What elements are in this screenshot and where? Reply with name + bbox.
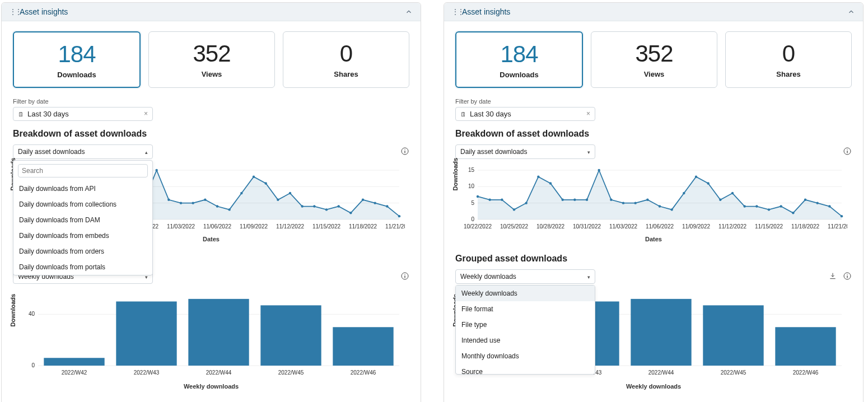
svg-rect-68 [333, 327, 393, 366]
chevron-up-icon[interactable] [847, 8, 855, 16]
svg-text:11/06/2022: 11/06/2022 [646, 223, 674, 230]
dropdown-option[interactable]: File type [456, 317, 595, 333]
svg-point-97 [670, 208, 673, 211]
dropdown-option[interactable]: Daily downloads from DAM [13, 212, 152, 228]
card-shares[interactable]: 0 Shares [725, 31, 852, 88]
svg-text:11/09/2022: 11/09/2022 [240, 223, 268, 230]
svg-point-54 [404, 274, 405, 275]
panel-header[interactable]: Asset insights [444, 3, 863, 21]
dropdown-option[interactable]: Daily downloads from collections [13, 197, 152, 212]
dropdown-option[interactable]: Daily downloads from embeds [13, 228, 152, 244]
svg-point-41 [398, 215, 400, 217]
svg-text:2022/W44: 2022/W44 [206, 370, 232, 376]
chevron-up-icon[interactable] [405, 8, 413, 16]
svg-point-23 [180, 202, 182, 204]
x-axis-label: Weekly downloads [13, 383, 409, 390]
svg-text:40: 40 [29, 311, 35, 317]
card-downloads[interactable]: 184 Downloads [13, 31, 141, 88]
breakdown-select[interactable]: Daily asset downloads ▾ [455, 144, 595, 159]
filter-by-date-label: Filter by date [13, 98, 409, 105]
card-label: Downloads [18, 71, 135, 79]
breakdown-line-chart: 05101510/22/202210/25/202210/28/202210/3… [455, 165, 847, 232]
svg-point-28 [240, 192, 242, 194]
svg-rect-125 [847, 276, 847, 278]
svg-text:11/12/2022: 11/12/2022 [276, 223, 304, 230]
card-value: 0 [288, 41, 404, 67]
breakdown-title: Breakdown of asset downloads [455, 129, 852, 139]
info-icon[interactable] [400, 147, 409, 156]
svg-point-101 [719, 199, 721, 201]
card-value: 184 [18, 41, 135, 67]
grouped-bar-chart: 0402022/W422022/W432022/W442022/W452022/… [13, 289, 405, 379]
filter-by-date-label: Filter by date [455, 98, 852, 105]
card-label: Views [153, 70, 270, 78]
svg-point-38 [362, 199, 364, 201]
clear-icon[interactable]: × [144, 110, 148, 118]
panel-header[interactable]: Asset insights [2, 3, 421, 21]
svg-rect-60 [44, 358, 104, 366]
info-icon[interactable] [843, 147, 852, 156]
grouped-dropdown[interactable]: Weekly downloads File format File type I… [455, 285, 595, 375]
svg-point-88 [561, 199, 563, 201]
svg-point-96 [659, 205, 661, 208]
svg-point-98 [683, 192, 685, 194]
breakdown-select[interactable]: Daily asset downloads ▴ [13, 144, 153, 159]
svg-point-1 [404, 149, 405, 150]
card-views[interactable]: 352 Views [148, 31, 275, 88]
dropdown-option[interactable]: Daily downloads from portals [13, 259, 152, 275]
svg-point-105 [768, 208, 770, 211]
breakdown-title: Breakdown of asset downloads [13, 129, 409, 139]
grouped-select[interactable]: Weekly downloads ▾ [455, 269, 595, 284]
svg-point-29 [253, 176, 255, 178]
breakdown-select-value: Daily asset downloads [18, 148, 85, 156]
svg-text:2022/W46: 2022/W46 [351, 370, 376, 376]
dropdown-option[interactable]: Daily downloads from API [13, 181, 152, 197]
svg-point-90 [586, 199, 588, 201]
date-filter-input[interactable]: 🗓 Last 30 days × [13, 107, 153, 121]
breakdown-select-value: Daily asset downloads [460, 148, 527, 156]
dropdown-search-input[interactable] [18, 164, 148, 177]
clear-icon[interactable]: × [586, 110, 590, 118]
svg-point-87 [549, 182, 552, 184]
grouped-title: Grouped asset downloads [455, 254, 852, 264]
dropdown-option[interactable]: Monthly downloads [456, 348, 595, 364]
card-value: 352 [153, 41, 270, 67]
dropdown-option[interactable]: Intended use [456, 333, 595, 348]
drag-handle-icon[interactable] [452, 8, 458, 15]
svg-rect-138 [775, 327, 836, 366]
date-filter-input[interactable]: 🗓 Last 30 days × [455, 107, 595, 121]
svg-text:11/15/2022: 11/15/2022 [312, 223, 340, 230]
svg-text:15: 15 [468, 167, 475, 173]
svg-point-110 [828, 205, 830, 208]
svg-text:11/09/2022: 11/09/2022 [682, 223, 710, 230]
info-icon[interactable] [400, 272, 409, 281]
dropdown-option[interactable]: Daily downloads from orders [13, 244, 152, 259]
svg-point-33 [301, 205, 303, 208]
svg-rect-136 [703, 306, 763, 366]
svg-point-86 [537, 176, 539, 178]
drag-handle-icon[interactable] [10, 8, 15, 15]
download-icon[interactable] [828, 272, 837, 281]
svg-point-92 [610, 199, 612, 201]
date-filter-value: Last 30 days [470, 110, 511, 118]
x-axis-label: Weekly downloads [455, 383, 852, 390]
dropdown-option[interactable]: File format [456, 301, 595, 317]
svg-point-111 [841, 215, 843, 217]
svg-text:11/03/2022: 11/03/2022 [167, 223, 195, 230]
card-shares[interactable]: 0 Shares [283, 31, 409, 88]
breakdown-dropdown[interactable]: Daily downloads from API Daily downloads… [13, 160, 153, 275]
dropdown-option[interactable]: Weekly downloads [456, 286, 595, 301]
svg-point-95 [646, 199, 648, 201]
svg-text:11/12/2022: 11/12/2022 [718, 223, 746, 230]
chevron-down-icon: ▾ [587, 274, 590, 280]
svg-point-124 [847, 274, 847, 275]
svg-text:10/25/2022: 10/25/2022 [500, 223, 528, 230]
dropdown-option[interactable]: Source [456, 364, 595, 375]
y-axis-label: Downloads [452, 158, 459, 191]
panel-title: Asset insights [20, 7, 68, 16]
card-label: Shares [288, 70, 404, 78]
info-icon[interactable] [843, 272, 852, 281]
card-downloads[interactable]: 184 Downloads [455, 31, 583, 88]
card-views[interactable]: 352 Views [591, 31, 717, 88]
svg-text:2022/W44: 2022/W44 [648, 370, 674, 376]
